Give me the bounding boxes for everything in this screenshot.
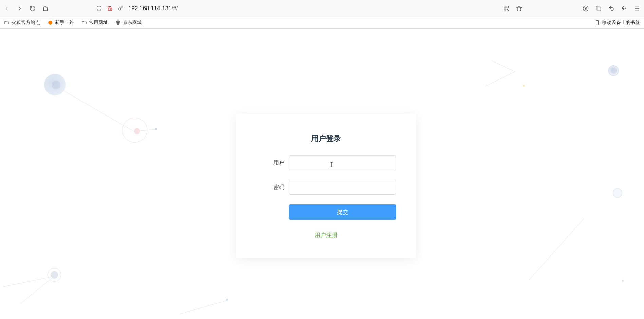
url-path: /#/: [172, 5, 178, 12]
bookmark-item-0[interactable]: 火狐官方站点: [4, 20, 40, 26]
browser-toolbar: 192.168.114.131/#/: [0, 0, 644, 17]
svg-line-21: [3, 276, 54, 287]
bookmark-mobile[interactable]: 移动设备上的书签: [594, 20, 640, 26]
decorative-circle: [608, 65, 619, 76]
account-icon[interactable]: [582, 5, 589, 12]
decorative-circle: [48, 268, 61, 282]
svg-line-19: [485, 72, 515, 86]
decorative-circle: [613, 188, 622, 198]
svg-line-23: [180, 300, 227, 314]
svg-point-9: [585, 7, 587, 9]
svg-rect-6: [507, 9, 508, 10]
bookmark-label: 常用网址: [89, 20, 108, 26]
qr-icon[interactable]: [503, 5, 510, 12]
register-link[interactable]: 用户注册: [315, 232, 338, 238]
bookmark-item-2[interactable]: 常用网址: [81, 20, 108, 26]
svg-line-22: [20, 276, 54, 304]
nav-home-icon[interactable]: [42, 5, 49, 12]
decorative-circle: [44, 74, 66, 95]
decorative-circle: [52, 81, 60, 89]
decorative-circle: [611, 68, 617, 74]
password-label: 密码: [269, 184, 289, 191]
decorative-dot: [226, 299, 228, 301]
bookmarks-bar: 火狐官方站点 新手上路 常用网址 京东商城 移动设备上的书签: [0, 17, 644, 29]
menu-icon[interactable]: [634, 5, 641, 12]
svg-line-17: [56, 86, 134, 131]
bookmark-star-icon[interactable]: [516, 5, 523, 12]
decorative-circle: [122, 118, 147, 143]
extensions-icon[interactable]: [621, 5, 628, 12]
url-host: 192.168.114.131: [128, 5, 172, 12]
key-icon: [117, 5, 124, 12]
url-text: 192.168.114.131/#/: [128, 5, 178, 12]
bookmark-mobile-label: 移动设备上的书签: [602, 20, 640, 26]
page-content: 用户登录 用户 密码 提交 用户注册 I: [0, 29, 644, 319]
nav-reload-icon[interactable]: [29, 5, 36, 12]
svg-line-24: [529, 219, 584, 280]
bookmark-label: 京东商城: [123, 20, 142, 26]
svg-rect-7: [508, 10, 509, 11]
firefox-icon: [48, 20, 53, 25]
login-card: 用户登录 用户 密码 提交 用户注册: [236, 114, 416, 258]
user-row: 用户: [246, 155, 406, 170]
nav-forward-icon[interactable]: [16, 5, 23, 12]
nav-back-icon[interactable]: [3, 5, 10, 12]
register-row: 用户注册: [246, 231, 406, 239]
submit-row: 提交: [246, 204, 406, 220]
bookmark-label: 新手上路: [55, 20, 74, 26]
svg-line-18: [134, 129, 156, 131]
bookmark-label: 火狐官方站点: [12, 20, 40, 26]
undo-icon[interactable]: [608, 5, 615, 12]
shield-icon: [96, 5, 102, 12]
svg-rect-3: [504, 6, 506, 8]
globe-icon: [115, 20, 121, 25]
user-label: 用户: [269, 159, 289, 166]
login-title: 用户登录: [246, 134, 406, 144]
folder-icon: [81, 20, 87, 25]
password-input[interactable]: [289, 180, 396, 195]
user-input[interactable]: [289, 155, 396, 170]
folder-icon: [4, 20, 10, 25]
password-row: 密码: [246, 180, 406, 195]
mobile-icon: [594, 20, 600, 25]
decorative-dot: [523, 85, 525, 87]
bookmark-item-1[interactable]: 新手上路: [48, 20, 74, 26]
svg-rect-4: [507, 6, 509, 8]
address-bar[interactable]: 192.168.114.131/#/: [96, 5, 497, 12]
decorative-dot: [155, 128, 157, 130]
submit-button[interactable]: 提交: [289, 204, 396, 220]
decorative-circle: [134, 128, 140, 134]
bookmark-item-3[interactable]: 京东商城: [115, 20, 142, 26]
svg-rect-5: [504, 9, 506, 11]
svg-point-2: [119, 8, 121, 10]
svg-point-13: [48, 21, 52, 25]
insecure-lock-icon: [107, 5, 113, 12]
crop-icon[interactable]: [595, 5, 602, 12]
svg-line-20: [492, 61, 515, 72]
decorative-dot: [622, 280, 624, 282]
decorative-circle: [51, 271, 58, 279]
